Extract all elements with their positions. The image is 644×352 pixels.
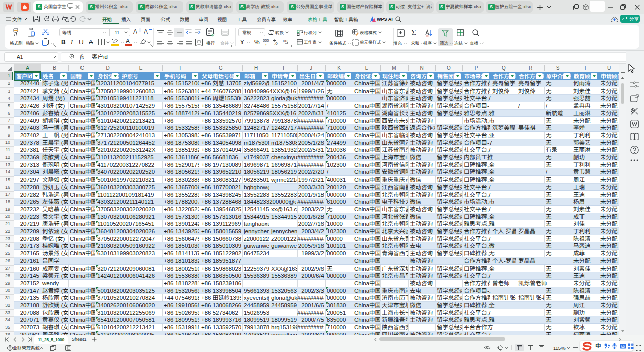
svg-text:.0: .0 xyxy=(274,41,278,45)
svg-text:.00: .00 xyxy=(282,39,288,43)
